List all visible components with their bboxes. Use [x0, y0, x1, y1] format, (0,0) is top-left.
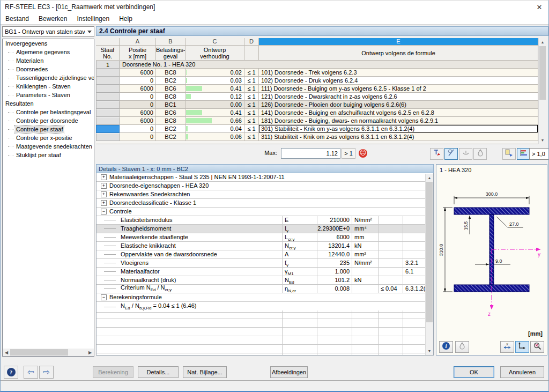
- axes-button[interactable]: [515, 341, 529, 353]
- details-label[interactable]: [97, 336, 283, 345]
- tree-item[interactable]: Maatgevende snedekrachten per staaf: [3, 142, 94, 151]
- show-parts-button[interactable]: [459, 148, 472, 160]
- design-case-combobox[interactable]: BG1 - Ontwerp van stalen staven: [2, 26, 94, 37]
- cell-loadcase[interactable]: BC6: [156, 85, 186, 93]
- berekening-button[interactable]: Berekening: [93, 366, 133, 378]
- details-label[interactable]: Oppervlakte van de dwarsdoorsnede: [97, 250, 283, 259]
- tree-item[interactable]: Kniklengten - Staven: [3, 82, 94, 91]
- details-group-row[interactable]: +Materiaaleigenschappen - Staal S 235 | …: [97, 173, 433, 182]
- zoom-section-button[interactable]: [530, 341, 544, 353]
- details-group-row[interactable]: +Rekenwaardes Snedekrachten: [97, 190, 433, 199]
- cell-formula[interactable]: 102) Doorsnede - Druk volgens 6.2.4: [259, 77, 538, 85]
- group-row-label[interactable]: Doorsnede No. 1 - HEA 320: [120, 61, 538, 69]
- cell-formula[interactable]: 311) Stabiliteit - Knik om z-as volgens …: [259, 133, 538, 141]
- cell-criterion[interactable]: ≤ 1: [244, 125, 259, 133]
- details-label[interactable]: [97, 328, 283, 336]
- col-letter-b[interactable]: B: [156, 38, 186, 46]
- details-label[interactable]: Materiaalfactor: [97, 268, 283, 276]
- cell-loadcase[interactable]: BC2: [156, 77, 186, 85]
- row-header[interactable]: [96, 101, 120, 109]
- details-vertical-scrollbar[interactable]: ▲ ▼: [425, 174, 433, 355]
- ok-button[interactable]: OK: [454, 366, 494, 378]
- scroll-up-icon[interactable]: ▲: [426, 174, 433, 182]
- group-row-number[interactable]: 1: [96, 61, 120, 69]
- col-header-formule[interactable]: Ontwerp volgens de formule: [259, 46, 538, 61]
- collapse-icon[interactable]: −: [101, 294, 107, 300]
- details-label[interactable]: Elastische knikkracht: [97, 242, 283, 250]
- scroll-right-icon[interactable]: ▶: [86, 349, 94, 356]
- tree-item[interactable]: Controle per x-positie: [3, 134, 94, 142]
- details-label[interactable]: Meewerkende staaflengte: [97, 233, 283, 242]
- section-info-button[interactable]: i: [439, 341, 453, 353]
- row-header[interactable]: [96, 125, 120, 133]
- details-label[interactable]: [97, 345, 283, 353]
- cell-position[interactable]: 6000: [120, 109, 156, 117]
- tree-item[interactable]: Stuklijst per staaf: [3, 151, 94, 159]
- x-position-button[interactable]: x: [500, 341, 514, 353]
- cell-position[interactable]: 0: [120, 101, 156, 109]
- cell-criterion[interactable]: ≤ 1: [244, 101, 259, 109]
- cell-design-ratio[interactable]: 0.41: [186, 109, 244, 117]
- expand-icon[interactable]: +: [101, 174, 107, 180]
- cell-loadcase[interactable]: BC8: [156, 69, 186, 77]
- details-label[interactable]: Criterium NEd / Ncr,y: [97, 285, 283, 293]
- row-header[interactable]: [96, 109, 120, 117]
- cell-formula[interactable]: 101) Doorsnede - Trek volgens 6.2.3: [259, 69, 538, 77]
- cell-design-ratio[interactable]: 0.02: [186, 69, 244, 77]
- colored-results-button[interactable]: [517, 148, 530, 160]
- row-header[interactable]: [96, 69, 120, 77]
- tree-item[interactable]: Tussenliggende zijdelingse verbanden: [3, 73, 94, 82]
- details-label[interactable]: Normaalkracht (druk): [97, 276, 283, 285]
- col-header-positie[interactable]: Positie x [mm]: [120, 46, 156, 61]
- row-header[interactable]: [96, 133, 120, 141]
- cell-criterion[interactable]: ≤ 1: [244, 69, 259, 77]
- cell-loadcase[interactable]: BC2: [156, 133, 186, 141]
- cell-formula[interactable]: 111) Doorsnede - Buiging om y-as volgens…: [259, 85, 538, 93]
- cell-formula[interactable]: 181) Doorsnede - Buiging, dwars- en norm…: [259, 117, 538, 125]
- row-header[interactable]: [96, 117, 120, 125]
- cell-criterion[interactable]: ≤ 1: [244, 117, 259, 125]
- row-header[interactable]: [96, 93, 120, 101]
- details-label[interactable]: [97, 310, 283, 319]
- collapse-icon[interactable]: −: [101, 209, 107, 215]
- col-header-d[interactable]: [244, 46, 259, 61]
- cell-formula[interactable]: 301) Stabiliteit - Knik om y-as volgens …: [259, 125, 538, 133]
- cell-loadcase[interactable]: BC8: [156, 93, 186, 101]
- show-ratios-button[interactable]: [444, 148, 458, 160]
- tree-group-label[interactable]: Resultaten: [3, 99, 94, 108]
- cell-formula[interactable]: 126) Doorsnede - Plooien door buiging vo…: [259, 101, 538, 109]
- col-letter-e[interactable]: E: [259, 38, 538, 46]
- cell-criterion[interactable]: ≤ 1: [244, 77, 259, 85]
- scrollbar-thumb[interactable]: [539, 46, 546, 100]
- details-group-row[interactable]: −Berekeningsformule: [97, 293, 433, 302]
- col-header-staaf[interactable]: Staaf No.: [96, 46, 120, 61]
- cell-loadcase[interactable]: BC1: [156, 101, 186, 109]
- close-button[interactable]: ✕: [530, 1, 548, 13]
- scroll-left-icon[interactable]: ◀: [3, 349, 10, 356]
- cell-design-ratio[interactable]: 0.03: [186, 77, 244, 85]
- cell-criterion[interactable]: ≤ 1: [244, 85, 259, 93]
- cell-criterion[interactable]: ≤ 1: [244, 109, 259, 117]
- cell-design-ratio[interactable]: 0.00: [186, 101, 244, 109]
- tree-item[interactable]: Controle per belastingsgeval: [3, 108, 94, 116]
- section-colors-button[interactable]: [455, 341, 469, 353]
- expand-icon[interactable]: +: [101, 183, 107, 189]
- cell-formula[interactable]: 141) Doorsnede - Buiging en afschuifkrac…: [259, 109, 538, 117]
- expand-icon[interactable]: +: [101, 191, 107, 197]
- tree-item[interactable]: Controle per staaf: [3, 125, 94, 134]
- cell-position[interactable]: 6000: [120, 117, 156, 125]
- menu-item-help[interactable]: Help: [114, 14, 137, 24]
- col-letter-c[interactable]: C: [186, 38, 244, 46]
- details-group-row[interactable]: −Controle: [97, 208, 433, 216]
- color-scale-button[interactable]: [473, 148, 487, 160]
- tree-item[interactable]: Algemene gegevens: [3, 48, 94, 56]
- cell-criterion[interactable]: ≤ 1: [244, 93, 259, 101]
- tree-item[interactable]: Controle per doorsnede: [3, 116, 94, 125]
- details-button[interactable]: Details...: [138, 366, 179, 378]
- col-letter-d[interactable]: D: [244, 38, 259, 46]
- tree-item[interactable]: Parameters - Staven: [3, 91, 94, 99]
- scrollbar-thumb[interactable]: [426, 182, 433, 322]
- menu-item-bestand[interactable]: Bestand: [1, 14, 34, 24]
- cell-loadcase[interactable]: BC6: [156, 109, 186, 117]
- col-header-belastingsgeval[interactable]: Belastings- geval: [156, 46, 186, 61]
